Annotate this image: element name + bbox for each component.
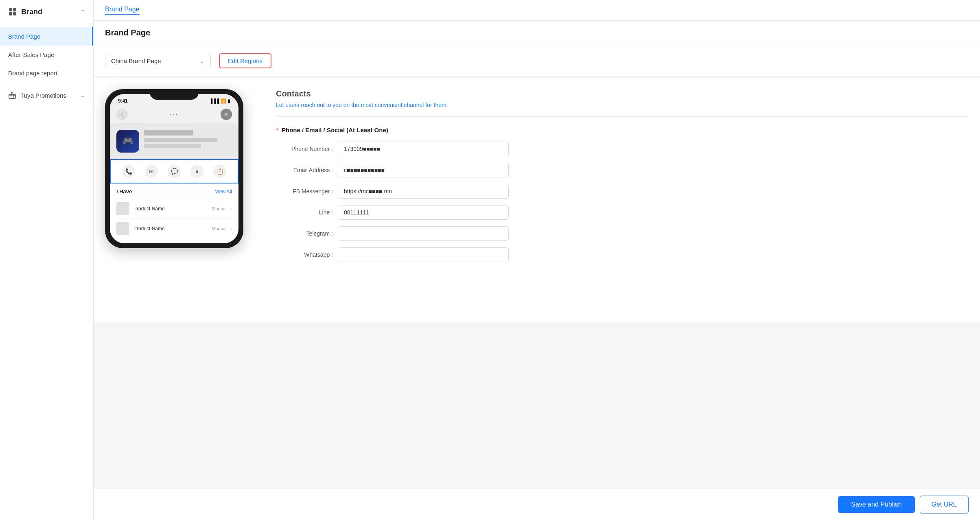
product-tag: Manual: [212, 226, 226, 231]
battery-icon: ▮: [228, 98, 230, 104]
sidebar-nav: Brand Page After-Sales Page Brand page r…: [0, 24, 93, 85]
product-tag: Manual: [212, 206, 226, 211]
svg-rect-1: [13, 8, 16, 11]
phone-contact-line: ●: [190, 165, 203, 178]
form-label-telegram: Telegram :: [276, 230, 333, 237]
phone-close-button[interactable]: ✕: [221, 109, 232, 120]
phone-products-section: I Have View All Product Name Manual ›: [110, 184, 238, 243]
sidebar-promotions[interactable]: Tuya Promotions ⌄: [0, 85, 93, 105]
top-header: Brand Page: [94, 0, 980, 21]
contacts-divider: [276, 116, 969, 117]
contacts-panel: Contacts Let users reach out to you on t…: [276, 89, 969, 310]
region-select-value: China Brand Page: [111, 57, 161, 64]
brand-desc-placeholder: [144, 138, 217, 142]
content-area: China Brand Page ⌄ Edit Regions 9:41 ▐▐▐: [94, 45, 980, 489]
line-input[interactable]: [338, 205, 509, 220]
form-label-email: Email Address :: [276, 167, 333, 173]
product-arrow-icon: ›: [230, 226, 232, 231]
form-row-fb: FB Messenger :: [276, 184, 969, 199]
promotions-label: Tuya Promotions: [20, 92, 66, 99]
svg-rect-3: [13, 12, 16, 15]
phone-screen: 9:41 ▐▐▐ 📶 ▮ ‹ ··· ✕: [110, 94, 238, 243]
contacts-subtitle: Let users reach out to you on the most c…: [276, 102, 969, 108]
brand-desc-placeholder2: [144, 144, 201, 148]
form-label-fb: FB Messenger :: [276, 188, 333, 194]
phone-mockup: 9:41 ▐▐▐ 📶 ▮ ‹ ··· ✕: [105, 89, 243, 248]
section-label: * Phone / Email / Social (At Least One): [276, 127, 969, 133]
product-name: Product Name: [133, 226, 208, 232]
section-label-text: Phone / Email / Social (At Least One): [282, 127, 388, 133]
form-row-whatsapp: Whatsapp :: [276, 247, 969, 262]
product-thumbnail: [116, 202, 129, 215]
brand-icon: [8, 7, 17, 16]
whatsapp-input[interactable]: [338, 247, 509, 262]
sidebar-brand[interactable]: Brand ⌃: [0, 0, 93, 24]
products-title: I Have: [116, 188, 132, 194]
view-all-link[interactable]: View All: [215, 189, 232, 194]
svg-rect-5: [11, 94, 13, 98]
phone-contact-bar: 📞 ✉ 💬 ● 📋: [110, 159, 238, 184]
product-arrow-icon: ›: [230, 206, 232, 211]
brand-info: [144, 130, 232, 148]
sidebar-item-label: After-Sales Page: [8, 51, 54, 58]
sidebar-item-brand-report[interactable]: Brand page report: [0, 64, 93, 82]
main-area: Brand Page Brand Page China Brand Page ⌄…: [94, 0, 980, 520]
sidebar-item-label: Brand Page: [8, 33, 40, 40]
edit-regions-button[interactable]: Edit Regions: [219, 53, 271, 68]
save-publish-button[interactable]: Save and Publish: [838, 496, 915, 513]
sidebar-promotions-left: Tuya Promotions: [8, 91, 66, 99]
tab-brand-page[interactable]: Brand Page: [105, 6, 140, 15]
wifi-icon: 📶: [221, 98, 226, 104]
status-icons: ▐▐▐ 📶 ▮: [210, 98, 230, 104]
brand-avatar: 🎮: [116, 130, 139, 153]
phone-nav-bar: ‹ ··· ✕: [110, 105, 238, 123]
phone-contact-other: 📋: [213, 165, 226, 178]
phone-more-icon: ···: [170, 110, 178, 119]
toolbar-row: China Brand Page ⌄ Edit Regions: [94, 45, 980, 77]
get-url-button[interactable]: Get URL: [920, 496, 969, 513]
svg-rect-4: [9, 94, 15, 98]
page-header: Brand Page: [94, 21, 980, 45]
select-arrow-icon: ⌄: [199, 57, 205, 65]
form-label-phone: Phone Number :: [276, 146, 333, 152]
form-label-line: Line :: [276, 209, 333, 216]
phone-time: 9:41: [118, 98, 128, 104]
required-star: *: [276, 127, 278, 133]
product-item: Product Name Manual ›: [116, 199, 232, 218]
main-panel: 9:41 ▐▐▐ 📶 ▮ ‹ ··· ✕: [94, 78, 980, 322]
phone-contact-phone: 📞: [122, 165, 135, 178]
region-select[interactable]: China Brand Page ⌄: [105, 54, 211, 68]
email-address-input[interactable]: [338, 163, 509, 177]
sidebar-item-after-sales[interactable]: After-Sales Page: [0, 46, 93, 64]
product-name: Product Name: [133, 206, 208, 212]
chevron-down-icon: ⌄: [80, 92, 85, 98]
phone-contact-messenger: 💬: [168, 165, 181, 178]
page-title: Brand Page: [105, 28, 150, 37]
chevron-up-icon: ⌃: [80, 9, 85, 15]
phone-contact-email: ✉: [145, 165, 158, 178]
phone-number-input[interactable]: [338, 142, 509, 156]
form-row-email: Email Address :: [276, 163, 969, 177]
phone-back-button[interactable]: ‹: [116, 109, 128, 120]
sidebar-item-brand-page[interactable]: Brand Page: [0, 27, 93, 46]
fb-messenger-input[interactable]: [338, 184, 509, 199]
product-item: Product Name Manual ›: [116, 218, 232, 238]
sidebar-item-label: Brand page report: [8, 70, 57, 76]
phone-mockup-wrapper: 9:41 ▐▐▐ 📶 ▮ ‹ ··· ✕: [105, 89, 260, 310]
products-header: I Have View All: [116, 188, 232, 194]
sidebar-brand-left: Brand: [8, 7, 42, 16]
bottom-bar: Save and Publish Get URL: [94, 489, 980, 520]
form-row-line: Line :: [276, 205, 969, 220]
svg-rect-2: [9, 12, 12, 15]
contacts-title: Contacts: [276, 89, 969, 98]
svg-rect-0: [9, 8, 12, 11]
form-row-telegram: Telegram :: [276, 226, 969, 241]
sidebar-brand-title: Brand: [21, 8, 42, 16]
signal-icon: ▐▐▐: [210, 98, 219, 103]
brand-name-placeholder: [144, 130, 193, 135]
form-row-phone: Phone Number :: [276, 142, 969, 156]
phone-brand-section: 🎮: [110, 123, 238, 159]
telegram-input[interactable]: [338, 226, 509, 241]
phone-notch: [150, 89, 199, 100]
gift-icon: [8, 91, 16, 99]
